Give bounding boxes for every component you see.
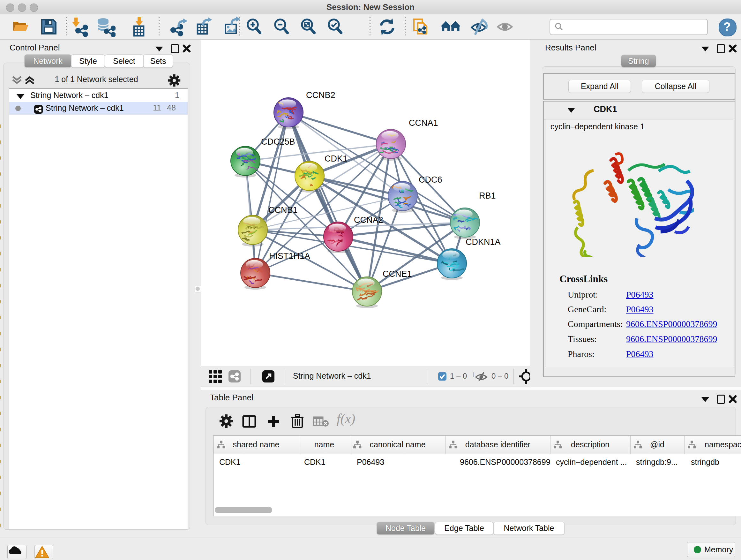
svg-text:CCNB2: CCNB2 <box>306 90 335 100</box>
svg-text:CDC6: CDC6 <box>419 175 442 185</box>
svg-text:CDC25B: CDC25B <box>261 137 295 146</box>
svg-text:CCNA1: CCNA1 <box>409 118 438 128</box>
svg-text:CDKN1A: CDKN1A <box>466 237 501 247</box>
svg-text:CCNB1: CCNB1 <box>268 205 298 215</box>
svg-text:CCNE1: CCNE1 <box>383 269 412 279</box>
svg-text:CDK1: CDK1 <box>325 154 347 164</box>
svg-text:HIST1H1A: HIST1H1A <box>269 251 310 261</box>
svg-text:CCNA2: CCNA2 <box>354 215 383 225</box>
svg-text:RB1: RB1 <box>479 191 496 200</box>
